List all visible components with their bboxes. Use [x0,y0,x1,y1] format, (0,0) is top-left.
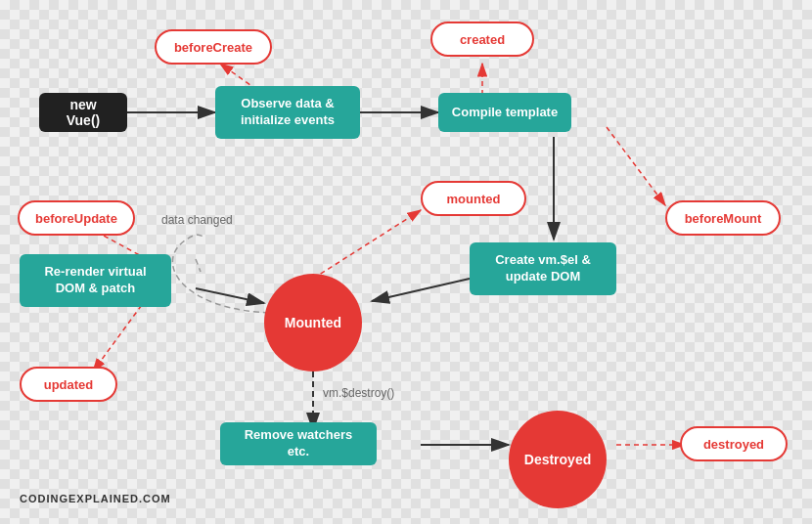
svg-line-10 [196,259,201,272]
svg-line-6 [372,279,470,301]
new-vue-node: new Vue() [39,93,127,132]
compile-template-node: Compile template [438,93,571,132]
svg-line-15 [607,127,665,205]
create-vm-node: Create vm.$el & update DOM [470,242,616,295]
destroyed-hook-pill: destroyed [680,426,788,461]
before-update-pill: beforeUpdate [18,200,135,236]
destroyed-circle-node: Destroyed [509,411,607,508]
updated-pill: updated [20,367,117,402]
watermark: CODINGEXPLAINED.COM [20,493,171,504]
mounted-circle-node: Mounted [264,274,362,371]
vm-destroy-label: vm.$destroy() [323,386,394,400]
diagram-container: new Vue() Observe data & initialize even… [0,0,812,524]
svg-line-11 [93,298,147,371]
data-changed-label: data changed [161,213,233,227]
svg-line-9 [196,288,264,303]
before-create-pill: beforeCreate [155,29,272,65]
mounted-hook-pill: mounted [421,181,526,216]
remove-watchers-node: Remove watchers etc. [220,422,377,465]
created-pill: created [430,22,534,57]
observe-data-node: Observe data & initialize events [215,86,360,139]
before-mount-pill: beforeMount [665,200,781,236]
svg-line-16 [313,210,421,279]
re-render-node: Re-render virtual DOM & patch [20,254,171,307]
